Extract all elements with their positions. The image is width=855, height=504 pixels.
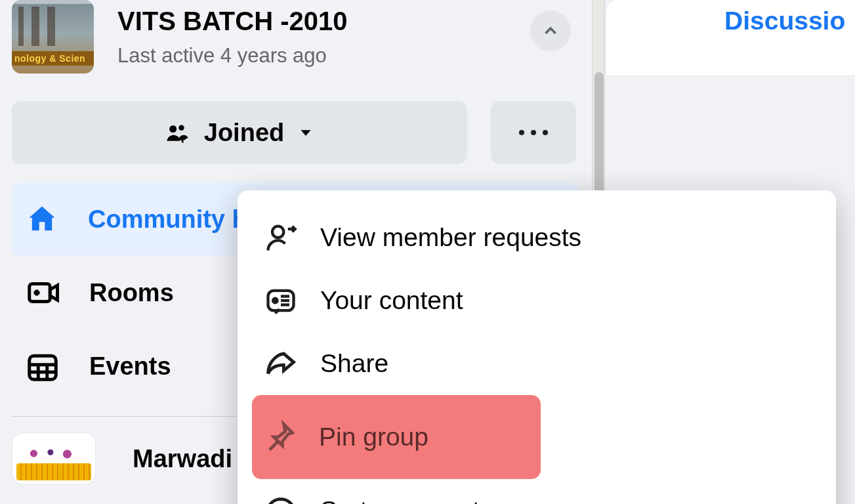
tab-discussion[interactable]: Discussio	[724, 7, 845, 66]
group-members-icon	[163, 118, 192, 147]
share-icon	[264, 346, 298, 381]
menu-item-label: Sort comments	[320, 496, 492, 504]
group-tab-bar: Discussio	[606, 0, 855, 76]
comment-icon	[264, 494, 298, 504]
menu-item-your-content[interactable]: Your content	[253, 269, 820, 332]
group-thumb-caption: nology & Scien	[12, 51, 94, 66]
calendar-icon	[25, 348, 60, 384]
menu-item-label: Share	[320, 349, 388, 378]
menu-item-pin-group[interactable]: Pin group	[252, 395, 541, 479]
group-thumbnail[interactable]: nology & Scien	[12, 0, 94, 74]
group-title: VITS BATCH -2010	[117, 7, 577, 36]
group-actions-row: Joined	[0, 101, 591, 164]
sidebar-item-label: Rooms	[89, 279, 174, 307]
pin-icon	[262, 420, 297, 454]
group-title-block: VITS BATCH -2010 Last active 4 years ago	[117, 7, 577, 68]
rooms-icon	[25, 275, 60, 310]
menu-item-share[interactable]: Share	[253, 332, 820, 395]
joined-button[interactable]: Joined	[12, 101, 467, 164]
other-group-thumbnail: ਪਰਿਵਾਰ	[12, 432, 96, 485]
menu-item-label: View member requests	[320, 223, 581, 252]
your-content-icon	[264, 284, 298, 318]
home-icon	[25, 202, 59, 236]
member-requests-icon	[264, 220, 298, 255]
svg-point-10	[272, 226, 283, 238]
sidebar-item-label: Community h	[88, 205, 247, 234]
other-group-thumb-caption: ਪਰਿਵਾਰ	[19, 466, 54, 479]
collapse-sidebar-button[interactable]	[530, 10, 571, 51]
more-actions-popover: View member requests Your content Share …	[238, 190, 836, 504]
more-actions-button[interactable]	[491, 101, 576, 164]
menu-item-label: Pin group	[319, 423, 428, 452]
svg-point-1	[178, 125, 184, 130]
joined-button-label: Joined	[204, 119, 284, 147]
svg-point-0	[169, 125, 177, 133]
sidebar-item-label: Events	[89, 352, 171, 381]
menu-item-sort-comments[interactable]: Sort comments	[253, 479, 820, 504]
svg-point-13	[273, 299, 278, 303]
chevron-up-icon	[541, 21, 560, 41]
menu-item-view-member-requests[interactable]: View member requests	[253, 206, 820, 269]
menu-item-label: Your content	[320, 286, 463, 315]
group-last-active: Last active 4 years ago	[117, 44, 577, 68]
dots-icon	[519, 130, 524, 135]
svg-rect-5	[30, 356, 56, 379]
tab-label: Discussio	[724, 7, 845, 35]
group-header: nology & Scien VITS BATCH -2010 Last act…	[0, 0, 591, 87]
caret-down-icon	[296, 123, 316, 142]
